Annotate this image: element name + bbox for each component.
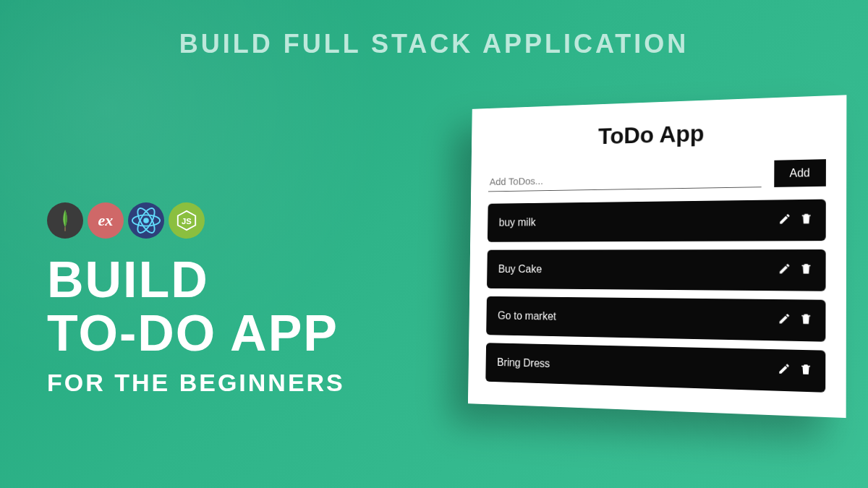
delete-icon[interactable] [799,312,812,328]
promo-text-block: ex JS BUILD TO-DO APP FOR THE BEGINNERS [47,202,345,397]
svg-rect-0 [64,227,65,231]
todo-item: Go to market [486,296,825,342]
svg-point-1 [143,218,149,223]
edit-icon[interactable] [778,213,791,228]
edit-icon[interactable] [778,262,791,278]
todo-text: buy milk [499,216,536,228]
promo-line-2: TO-DO APP [47,308,345,359]
nodejs-icon: JS [169,202,205,239]
promo-line-1: BUILD [47,254,345,305]
mongodb-icon [47,202,83,239]
edit-icon[interactable] [778,362,791,378]
delete-icon[interactable] [799,262,812,278]
todo-app-panel: ToDo App Add buy milk Buy Cake Go to mar… [468,95,846,418]
todo-text: Go to market [498,309,556,322]
todo-item: buy milk [488,200,826,242]
app-title: ToDo App [489,116,826,153]
todo-text: Bring Dress [497,356,550,370]
edit-icon[interactable] [778,312,791,328]
add-button[interactable]: Add [774,159,826,187]
express-icon: ex [88,202,124,239]
todo-input[interactable] [488,166,761,192]
react-icon [128,202,164,239]
input-row: Add [488,159,826,192]
tech-stack-icons: ex JS [47,202,345,239]
delete-icon[interactable] [799,363,812,379]
delete-icon[interactable] [800,213,813,228]
svg-text:JS: JS [182,217,192,226]
todo-text: Buy Cake [498,263,542,275]
page-header: BUILD FULL STACK APPLICATION [0,29,868,59]
todo-item: Bring Dress [485,343,825,393]
promo-line-3: FOR THE BEGINNERS [47,369,345,397]
todo-item: Buy Cake [487,249,826,291]
